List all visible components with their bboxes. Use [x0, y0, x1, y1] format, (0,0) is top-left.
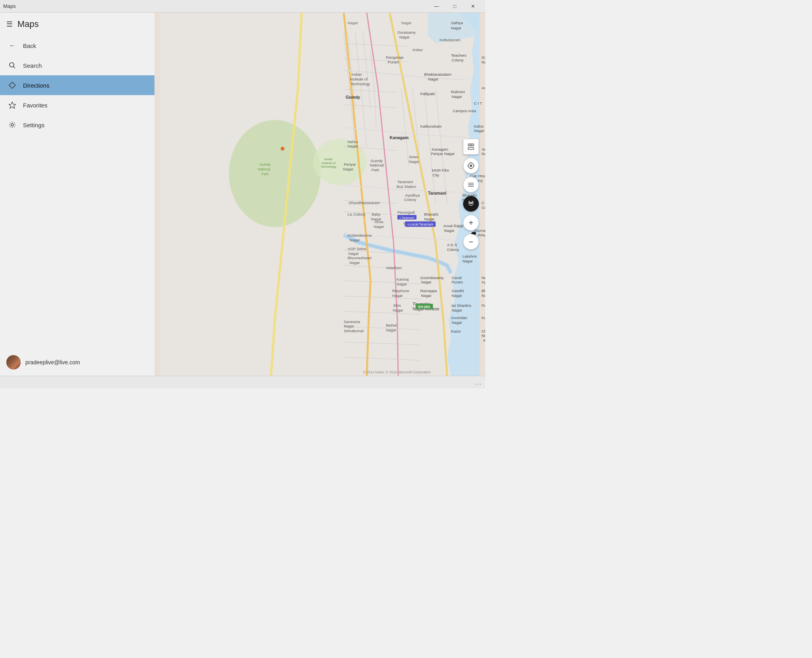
svg-text:A G S: A G S — [447, 243, 457, 247]
svg-text:Indira: Indira — [474, 124, 484, 128]
map-layers-button[interactable] — [463, 139, 479, 155]
svg-text:Kodandarama: Kodandarama — [348, 233, 372, 237]
svg-text:Guindy: Guindy — [346, 95, 360, 99]
svg-text:Nagar: Nagar — [349, 260, 360, 265]
svg-text:Nagar: Nagar — [482, 293, 485, 298]
svg-text:Avvai Rajaji: Avvai Rajaji — [443, 224, 463, 228]
svg-text:Technology: Technology — [321, 165, 336, 168]
svg-text:C G: C G — [482, 201, 485, 205]
svg-text:Nagar: Nagar — [462, 259, 473, 263]
sidebar-header: ☰ Maps — [0, 13, 154, 33]
svg-text:Guindy: Guindy — [259, 163, 271, 166]
svg-text:Nagar: Nagar — [386, 328, 396, 332]
svg-text:Selvakumar: Selvakumar — [344, 329, 364, 333]
svg-text:Kanagam: Kanagam — [390, 135, 409, 140]
svg-text:Anna: Anna — [374, 220, 383, 224]
svg-text:Colony: Colony — [447, 247, 459, 252]
svg-text:Puram: Puram — [452, 280, 463, 284]
svg-text:Nagar: Nagar — [401, 21, 412, 25]
svg-text:Technology: Technology — [351, 82, 370, 86]
svg-text:Ags Colony: Ags Colony — [482, 280, 485, 284]
svg-text:Bethel: Bethel — [386, 323, 396, 327]
zoom-in-icon: + — [469, 218, 473, 228]
svg-text:Gandhi: Gandhi — [482, 55, 485, 59]
svg-text:City: City — [433, 173, 439, 177]
sidebar-footer: pradeeplive@live.com — [0, 349, 154, 376]
search-nav-item[interactable]: Search — [0, 55, 154, 75]
svg-text:Bharati: Bharati — [482, 289, 485, 293]
svg-text:Nagar: Nagar — [374, 224, 384, 229]
svg-line-1 — [13, 67, 15, 69]
back-button[interactable]: ← Back — [0, 36, 154, 55]
avatar[interactable] — [6, 355, 21, 369]
svg-text:Coloni: Coloni — [482, 205, 485, 210]
svg-text:Saravana: Saravana — [344, 319, 360, 324]
svg-text:Govindan: Govindan — [451, 316, 467, 320]
titlebar-controls: — □ ✕ — [427, 0, 482, 13]
map-container[interactable]: Guindy National Park Indian Institute of… — [154, 13, 485, 376]
favorites-nav-item[interactable]: Favorites — [0, 95, 154, 115]
svg-text:Govindasamy: Govindasamy — [420, 275, 444, 280]
hamburger-icon[interactable]: ☰ — [6, 20, 13, 29]
svg-text:Bhaktavatsalam: Bhaktavatsalam — [424, 72, 452, 77]
svg-text:Nagar: Nagar — [421, 280, 432, 284]
svg-text:Nagar: Nagar — [444, 228, 455, 233]
svg-text:Periyar: Periyar — [344, 162, 356, 166]
user-email: pradeeplive@live.com — [25, 359, 80, 365]
svg-text:Canal: Canal — [452, 275, 461, 280]
svg-text:Nagar: Nagar — [452, 308, 462, 312]
zoom-out-button[interactable]: − — [463, 234, 479, 250]
svg-text:Nagar: Nagar — [452, 320, 462, 325]
svg-point-149 — [280, 147, 284, 151]
svg-text:Kazur: Kazur — [451, 329, 461, 333]
svg-text:Kamraj: Kamraj — [396, 277, 409, 281]
svg-text:Taramani: Taramani — [428, 191, 446, 195]
svg-text:Ayodhya: Ayodhya — [405, 193, 420, 197]
svg-point-0 — [10, 63, 14, 67]
svg-text:SH-49A: SH-49A — [418, 305, 431, 309]
svg-text:Bus Station: Bus Station — [396, 184, 416, 189]
svg-text:Nagar: Nagar — [482, 151, 485, 156]
close-button[interactable]: ✕ — [464, 0, 482, 13]
svg-text:▪ Local-Taramani: ▪ Local-Taramani — [408, 222, 433, 226]
svg-rect-161 — [468, 147, 474, 149]
svg-text:Nagar: Nagar — [452, 293, 462, 298]
settings-nav-item[interactable]: Settings — [0, 115, 154, 135]
svg-text:Institute of: Institute of — [350, 77, 368, 81]
maximize-button[interactable]: □ — [446, 0, 464, 13]
svg-text:Adyar: Adyar — [482, 86, 485, 90]
app-container: ☰ Maps ← Back Search — [0, 13, 485, 376]
svg-text:VGP Selva: VGP Selva — [348, 247, 367, 251]
minimize-button[interactable]: — — [427, 0, 446, 13]
svg-point-176 — [472, 203, 473, 204]
svg-marker-2 — [9, 102, 16, 109]
svg-text:Perungudi: Perungudi — [397, 210, 415, 214]
svg-text:Rukmini: Rukmini — [451, 90, 465, 94]
directions-nav-item[interactable]: Directions — [0, 75, 154, 95]
map-type-button[interactable] — [463, 177, 479, 193]
svg-text:Nagar: Nagar — [348, 251, 359, 256]
svg-text:New Colony: New Colony — [482, 275, 485, 280]
svg-text:Taramani: Taramani — [397, 180, 413, 184]
traffic-button[interactable] — [463, 196, 479, 212]
svg-text:Lakshmi: Lakshmi — [462, 254, 477, 258]
sidebar: ☰ Maps ← Back Search — [0, 13, 154, 376]
svg-text:Ramappa: Ramappa — [420, 289, 437, 293]
svg-text:Nagar: Nagar — [348, 144, 358, 148]
svg-text:Colony: Colony — [452, 58, 463, 62]
svg-text:Kuppam: Kuppam — [482, 316, 485, 320]
locate-button[interactable] — [463, 158, 479, 174]
svg-text:Park: Park — [371, 168, 379, 172]
svg-text:Nagar: Nagar — [393, 293, 403, 298]
svg-point-5 — [229, 120, 321, 228]
zoom-in-button[interactable]: + — [463, 215, 479, 231]
favorites-label: Favorites — [23, 102, 48, 109]
svg-text:Velacheri: Velacheri — [386, 266, 402, 270]
svg-text:Guindy: Guindy — [371, 159, 383, 163]
svg-text:Indian: Indian — [351, 72, 362, 77]
favorites-icon — [8, 101, 17, 109]
svg-text:National: National — [257, 167, 270, 171]
search-icon — [8, 61, 17, 70]
svg-text:Teachers: Teachers — [451, 53, 466, 57]
back-label: Back — [23, 42, 36, 49]
